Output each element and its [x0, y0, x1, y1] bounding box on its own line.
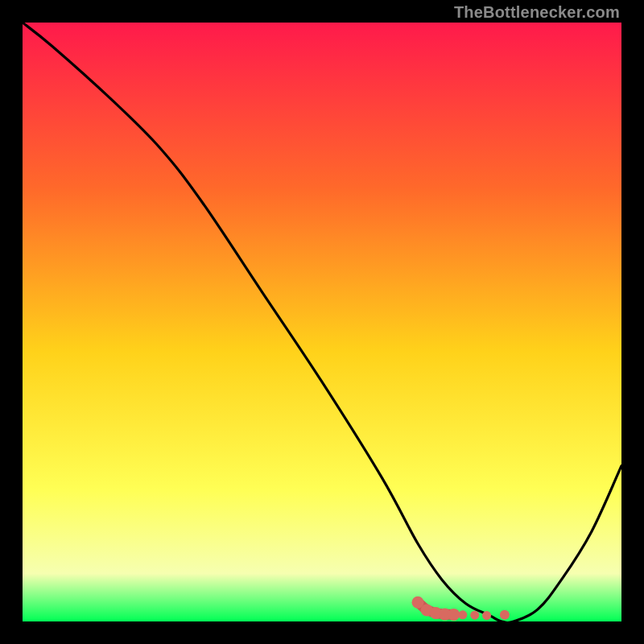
- svg-rect-0: [23, 23, 621, 621]
- chart-plot-area: [23, 23, 621, 621]
- watermark-text: TheBottlenecker.com: [454, 3, 620, 22]
- heat-gradient-background: [23, 23, 621, 621]
